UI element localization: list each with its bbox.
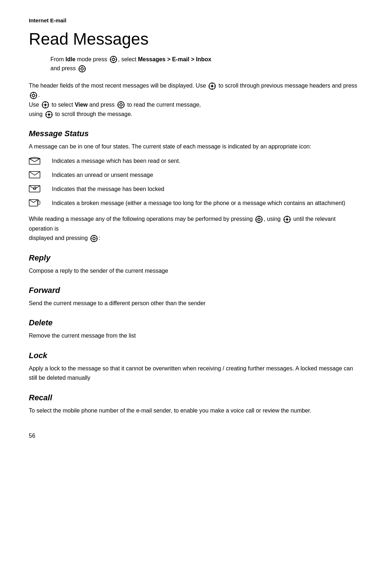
recall-section: Recall To select the mobile phone number… bbox=[29, 393, 360, 415]
lock-section: Lock Apply a lock to the message so that… bbox=[29, 351, 360, 383]
reply-body: Compose a reply to the sender of the cur… bbox=[29, 266, 360, 276]
nav-btn-icon-3 bbox=[30, 92, 37, 99]
scroll-icon-3 bbox=[45, 111, 53, 119]
intro-line1: From Idle mode press , select Messages >… bbox=[50, 55, 360, 64]
messages-path: Messages > E-mail > Inbox bbox=[138, 56, 211, 62]
intro-block: From Idle mode press , select Messages >… bbox=[50, 55, 360, 73]
intro-line2: and press bbox=[50, 64, 360, 73]
forward-section: Forward Send the current message to a di… bbox=[29, 286, 360, 308]
list-item-broken: Indicates a broken message (either a mes… bbox=[29, 199, 360, 209]
list-item-locked: Indicates that the message has been lock… bbox=[29, 185, 360, 195]
broken-svg bbox=[29, 199, 40, 207]
read-sent-icon bbox=[29, 157, 48, 167]
forward-body: Send the current message to a different … bbox=[29, 299, 360, 308]
scroll-icon-1 bbox=[208, 82, 216, 90]
reply-section: Reply Compose a reply to the sender of t… bbox=[29, 253, 360, 276]
broken-description: Indicates a broken message (either a mes… bbox=[52, 199, 345, 208]
message-status-heading: Message Status bbox=[29, 129, 360, 138]
message-status-intro: A message can be in one of four states. … bbox=[29, 142, 360, 151]
read-sent-svg bbox=[29, 157, 40, 165]
recall-body: To select the mobile phone number of the… bbox=[29, 406, 360, 415]
message-status-section: Message Status A message can be in one o… bbox=[29, 129, 360, 243]
description-text: The header fields of the most recent mes… bbox=[29, 81, 360, 119]
page-title: Read Messages bbox=[29, 30, 360, 48]
list-item-unread: Indicates an unread or unsent message bbox=[29, 171, 360, 181]
nav-btn-ops-2 bbox=[90, 235, 98, 242]
section-label: Internet E-mail bbox=[29, 17, 360, 23]
recall-heading: Recall bbox=[29, 393, 360, 402]
list-item-read: Indicates a message which has been read … bbox=[29, 157, 360, 167]
nav-btn-icon-4 bbox=[117, 101, 125, 109]
read-sent-description: Indicates a message which has been read … bbox=[52, 157, 180, 166]
reply-heading: Reply bbox=[29, 253, 360, 263]
unread-icon bbox=[29, 171, 48, 181]
scroll-icon-ops bbox=[283, 215, 291, 223]
locked-svg bbox=[29, 185, 40, 193]
locked-description: Indicates that the message has been lock… bbox=[52, 185, 164, 194]
icon-list: Indicates a message which has been read … bbox=[29, 157, 360, 210]
nav-button-icon-2 bbox=[78, 65, 86, 73]
nav-btn-ops-1 bbox=[255, 215, 263, 223]
idle-text: Idle bbox=[66, 56, 76, 62]
unread-svg bbox=[29, 171, 40, 179]
lock-heading: Lock bbox=[29, 351, 360, 360]
locked-icon bbox=[29, 185, 48, 195]
delete-section: Delete Remove the current message from t… bbox=[29, 318, 360, 340]
nav-button-icon bbox=[109, 55, 117, 63]
delete-body: Remove the current message from the list bbox=[29, 331, 360, 340]
broken-icon bbox=[29, 199, 48, 209]
forward-heading: Forward bbox=[29, 286, 360, 295]
lock-body: Apply a lock to the message so that it c… bbox=[29, 364, 360, 383]
scroll-icon-2 bbox=[41, 101, 49, 109]
unread-description: Indicates an unread or unsent message bbox=[52, 171, 153, 180]
operations-text: While reading a message any of the follo… bbox=[29, 214, 360, 243]
delete-heading: Delete bbox=[29, 318, 360, 328]
view-text: View bbox=[75, 102, 88, 108]
description-block: The header fields of the most recent mes… bbox=[29, 81, 360, 119]
page-number: 56 bbox=[29, 433, 360, 439]
